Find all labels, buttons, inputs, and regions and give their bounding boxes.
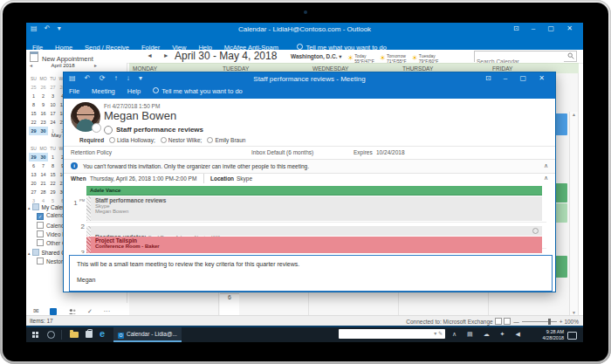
view-reading-icon[interactable]	[504, 318, 511, 325]
time-slot-1: 1 PM	[64, 198, 85, 207]
lightbulb-icon	[297, 44, 303, 50]
windows-taskbar: e OCalendar - Lidia@... ▾ ✎ ∧ ▤ ☁ ✦ ◀ 9:…	[26, 327, 583, 342]
action-center-icon[interactable]	[567, 332, 577, 340]
meeting-organizer-name[interactable]: Megan Bowen	[104, 109, 176, 122]
collapse-arrow-icon: ▴	[28, 205, 31, 210]
collapse-arrow-icon: ▴	[28, 251, 31, 256]
system-tray-icons[interactable]: ∧ ▤ ☁ ✦ ◀	[452, 331, 525, 338]
meeting-tell-me-box[interactable]: Tell me what you want to do	[153, 87, 243, 95]
windows-desktop: ▤ ↶ ▾ Calendar - LidiaH@Contoso.com - Ou…	[26, 23, 583, 342]
message-signature: Megan	[77, 277, 95, 283]
meeting-window-title: Staff performance reviews - Meeting	[64, 75, 555, 83]
presence-circle-icon	[207, 137, 213, 143]
divider	[64, 146, 555, 147]
meeting-tab-file[interactable]: File	[69, 87, 79, 95]
day-header-thursday: THURSDAY	[402, 65, 433, 72]
file-explorer-icon[interactable]	[70, 332, 79, 338]
zoom-slider-thumb[interactable]	[548, 319, 551, 325]
meeting-sent-time: Fri 4/27/2018 1:50 PM	[104, 103, 160, 109]
attendee-name[interactable]: Nestor Wilke;	[168, 137, 203, 143]
calendar-icon[interactable]	[50, 308, 57, 315]
tell-me-label: Tell me what you want to do	[161, 87, 243, 95]
checkbox[interactable]	[37, 230, 44, 237]
taskbar-divider	[61, 330, 62, 340]
zoom-in-button[interactable]: +	[560, 319, 563, 325]
message-line: This will be a small team meeting to rev…	[77, 261, 299, 267]
new-appointment-button[interactable]: New Appointment	[30, 52, 93, 63]
sun-icon: ☀	[347, 54, 354, 62]
mini-cal-prev-icon[interactable]: ◄	[29, 63, 33, 68]
when-label: When	[71, 175, 86, 182]
checkbox[interactable]	[37, 239, 44, 246]
outlook-ribbon-tabs: FileHomeSend / ReceiveFolderViewHelpMcAf…	[26, 38, 583, 50]
zoom-level: 100%	[564, 319, 579, 325]
day-header-wednesday: WEDNESDAY	[312, 65, 348, 72]
connection-status: Connected to: Microsoft Exchange	[406, 319, 492, 325]
cortana-icon[interactable]	[47, 331, 55, 339]
event-staff-performance[interactable]: Staff performance reviews Skype Megan Bo…	[86, 196, 542, 221]
required-label: Required	[79, 137, 104, 143]
when-value: Thursday, April 26, 2018 1:00 PM-2:00 PM	[90, 175, 196, 182]
edge-browser-icon[interactable]: e	[100, 328, 105, 339]
taskbar-input-box[interactable]: ▾ ✎	[339, 329, 445, 339]
outlook-window-title: Calendar - LidiaH@Contoso.com - Outlook	[26, 25, 583, 33]
meeting-tab-help[interactable]: Help	[127, 87, 141, 95]
weather-city-selector[interactable]: Washington, D.C. ▾	[291, 53, 342, 60]
more-apps-icon[interactable]: ···	[103, 307, 110, 315]
outlook-app-icon: O	[118, 333, 124, 339]
checkbox[interactable]	[37, 258, 44, 264]
recurrence-icon	[532, 228, 539, 234]
mail-icon[interactable]: ✉	[33, 307, 39, 315]
collapse-notice-icon[interactable]: ∧	[544, 162, 548, 169]
day-header-monday: MONDAY	[133, 65, 157, 72]
store-icon[interactable]	[86, 331, 93, 338]
organizer-presence-badge	[92, 123, 101, 133]
retention-policy-label: Retention Policy	[71, 149, 112, 155]
taskbar-outlook-app[interactable]: OCalendar - Lidia@...	[113, 327, 182, 342]
calendar-toolbar: New Appointment ◄ ► April 30 - May 4, 20…	[26, 50, 583, 64]
meeting-window-controls[interactable]: ⊡ – ▢ ✕	[485, 74, 550, 82]
when-location-row: When Thursday, April 26, 2018 1:00 PM-2:…	[64, 172, 555, 187]
search-calendar-box[interactable]	[474, 51, 577, 62]
meeting-message-body[interactable]: This will be a small team meeting to rev…	[69, 255, 553, 292]
retention-policy-value: Inbox Default (6 months)	[251, 149, 313, 155]
attendee-name[interactable]: Lidia Holloway;	[117, 137, 155, 143]
calendar-group-icon	[32, 249, 39, 256]
tasks-icon[interactable]: ✓	[87, 308, 93, 315]
mini-cal-next-icon[interactable]: ►	[93, 63, 98, 68]
schedule-preview[interactable]: Adele Vance 1 PM 2 3 Staff performance r…	[64, 186, 555, 253]
expires-label: Expires	[354, 149, 373, 155]
outlook-titlebar: ▤ ↶ ▾ Calendar - LidiaH@Contoso.com - Ou…	[26, 23, 583, 38]
outlook-navigation-bar: ✉ ✓ ···	[26, 303, 127, 315]
location-label: Location	[210, 175, 234, 182]
window-controls[interactable]: ⊡ – ▢ ✕	[513, 24, 578, 32]
required-attendees[interactable]: Lidia Holloway;Nestor Wilke;Emily Braun	[104, 137, 245, 143]
date-nav-arrows[interactable]: ◄ ►	[147, 52, 174, 58]
date-range-title: April 30 - May 4, 2018	[175, 50, 277, 62]
search-icon	[567, 52, 574, 59]
meeting-tab-meeting[interactable]: Meeting	[92, 87, 115, 95]
location-value: Skype	[237, 175, 252, 182]
meeting-subject: Staff performance reviews	[116, 126, 203, 134]
checkbox[interactable]	[37, 222, 44, 229]
collapse-schedule-icon[interactable]: ∧	[544, 175, 548, 182]
attendee-name[interactable]: Emily Braun	[215, 137, 245, 143]
event-roadmap-updates[interactable]: Roadmap updates; Conf Room Adams; Nestor…	[86, 226, 542, 236]
zoom-out-button[interactable]: —	[513, 319, 519, 325]
divider	[203, 174, 204, 183]
checkbox-checked[interactable]: ✓	[37, 213, 44, 220]
meeting-window-header: ▤ ↶ ⟳ ↑ ↓ ▾ Staff performance reviews - …	[64, 72, 555, 99]
view-normal-icon[interactable]	[495, 318, 502, 325]
allday-event[interactable]: Adele Vance	[86, 186, 542, 196]
start-button[interactable]	[32, 332, 38, 338]
lightbulb-icon	[153, 87, 159, 93]
zoom-slider[interactable]	[522, 321, 557, 322]
taskbar-clock[interactable]: 9:28 AM4/28/2018	[543, 329, 564, 340]
weather-strip: ☀Today55°F/47°F☀Tomorrow71°F/55°F☀Tuesda…	[347, 51, 443, 63]
info-icon: i	[71, 162, 78, 169]
people-icon[interactable]	[68, 308, 77, 315]
day-header-friday: FRIDAY	[492, 65, 512, 72]
expires-value: 10/24/2018	[376, 149, 405, 155]
event-project-tailspin[interactable]: Project Tailspin Conference Room - Baker	[86, 237, 542, 253]
new-appointment-icon	[30, 52, 38, 62]
